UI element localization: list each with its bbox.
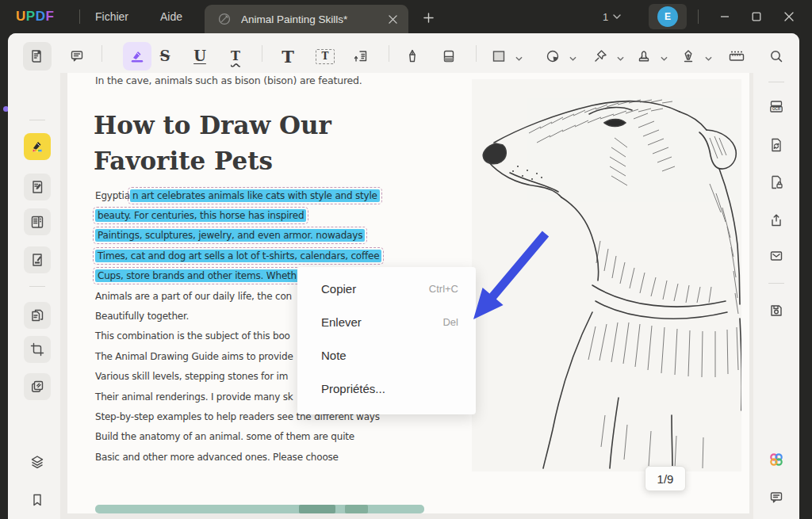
layers-icon: [29, 454, 45, 470]
highlighted-line[interactable]: Times, cat and dog art sells a lot of t-…: [95, 246, 476, 265]
form-document-icon: [29, 252, 45, 268]
stamp-icon: [636, 48, 652, 64]
document-viewport: In the cave, animals such as bison (biso…: [60, 73, 753, 519]
minimize-button[interactable]: [710, 0, 739, 33]
signature-tool[interactable]: [674, 42, 703, 71]
maximize-button[interactable]: [742, 0, 771, 33]
titlebar-divider: [698, 10, 699, 24]
doc-intro-line: In the cave, animals such as bison (biso…: [95, 74, 362, 86]
rectangle-icon: [491, 48, 507, 64]
highlighted-line[interactable]: Egyptian art celebrates animals like cat…: [95, 185, 476, 205]
shortcut-label: Del: [442, 316, 458, 328]
highlight-annotation[interactable]: n art celebrates animals like cats with …: [130, 189, 380, 202]
tab-title: Animal Painting Skills*: [241, 13, 383, 25]
highlighted-line[interactable]: Paintings, sculptures, jewelry, and even…: [95, 226, 476, 246]
underline-tool[interactable]: U: [186, 42, 214, 71]
highlight-annotation[interactable]: beauty. For centuries, this horse has in…: [95, 209, 306, 222]
search-button[interactable]: [763, 43, 790, 70]
shortcut-label: Ctrl+C: [429, 283, 458, 295]
close-button[interactable]: [775, 0, 803, 33]
toolbar-divider: [102, 45, 102, 62]
sidebar-item-crop[interactable]: [24, 336, 51, 363]
highlight-tool-active[interactable]: [123, 42, 151, 71]
chevron-down-icon[interactable]: [617, 56, 624, 61]
chevron-down-icon[interactable]: [569, 56, 576, 61]
shape-tool[interactable]: [485, 42, 513, 71]
add-text-tool[interactable]: T: [274, 42, 302, 71]
menu-fichier[interactable]: Fichier: [87, 0, 136, 33]
sidebar-divider: [29, 286, 45, 287]
comment-icon: [69, 48, 85, 64]
eraser-tool[interactable]: [435, 42, 463, 71]
dog-sketch-image: [472, 79, 741, 471]
highlight-annotation[interactable]: Cups, store brands and other items. Whet…: [95, 269, 299, 282]
tab-pencil-icon: [217, 12, 232, 26]
squiggly-underline-tool[interactable]: T: [221, 42, 250, 71]
text-box-icon: T: [316, 49, 335, 64]
sidebar-item-organize[interactable]: [24, 208, 51, 235]
sidebar-item-annotate-active[interactable]: [24, 133, 51, 160]
toolbar-divider: [389, 45, 389, 62]
body-line: Basic and other more advanced ones. Plea…: [95, 447, 476, 467]
new-tab-button[interactable]: [418, 7, 439, 28]
sidebar-item-layers[interactable]: [24, 448, 51, 475]
maximize-icon: [752, 12, 761, 21]
menu-aide[interactable]: Aide: [152, 0, 190, 33]
share-button[interactable]: [763, 207, 790, 234]
copy-pages-icon: [29, 307, 45, 323]
highlight-annotation[interactable]: Paintings, sculptures, jewelry, and even…: [95, 229, 365, 242]
avatar: E: [657, 6, 678, 27]
window-count-dropdown[interactable]: 1: [603, 0, 621, 33]
protect-button[interactable]: [763, 169, 790, 196]
right-sidebar: OCR: [753, 33, 799, 519]
document-lock-icon: [768, 174, 784, 190]
context-menu-item-note[interactable]: Note: [297, 338, 476, 372]
minimize-icon: [720, 12, 730, 21]
reading-mode-button[interactable]: [23, 42, 52, 71]
ocr-button[interactable]: OCR: [763, 93, 790, 120]
sidebar-item-slideshow[interactable]: [24, 373, 51, 400]
pencil-tool[interactable]: [398, 42, 427, 71]
pin-tool[interactable]: [586, 42, 615, 71]
context-menu-item-remove[interactable]: Enlever Del: [297, 305, 476, 338]
convert-button[interactable]: [763, 132, 790, 158]
highlight-annotation[interactable]: Times, cat and dog art sells a lot of t-…: [95, 250, 381, 262]
context-menu-item-copy[interactable]: Copier Ctrl+C: [297, 272, 476, 305]
toolbar-divider: [262, 45, 262, 62]
strikethrough-tool[interactable]: S: [151, 42, 179, 71]
updf-logo: UPDF: [16, 9, 54, 25]
edit-document-icon: [29, 179, 45, 195]
chevron-down-icon[interactable]: [661, 56, 668, 61]
highlighter-icon: [29, 139, 45, 155]
stamp-tool[interactable]: [630, 42, 658, 71]
ai-assistant-button[interactable]: [763, 446, 790, 473]
highlighted-line[interactable]: beauty. For centuries, this horse has in…: [95, 205, 476, 225]
sticker-icon: [545, 48, 561, 64]
comment-tool[interactable]: [63, 42, 91, 71]
context-menu-item-properties[interactable]: Propriétés...: [297, 372, 476, 405]
account-button[interactable]: E: [649, 4, 687, 29]
page-indicator[interactable]: 1/9: [645, 466, 686, 491]
text-box-tool[interactable]: T: [311, 42, 339, 71]
organize-pages-icon: [29, 214, 45, 230]
chevron-down-icon[interactable]: [515, 56, 523, 61]
measure-tool[interactable]: [722, 42, 751, 71]
mail-icon: [768, 248, 784, 264]
sidebar-item-edit[interactable]: [24, 174, 51, 200]
tab-close-icon[interactable]: [383, 10, 402, 29]
save-button[interactable]: [763, 297, 790, 324]
document-tab[interactable]: Animal Painting Skills*: [205, 5, 408, 33]
sidebar-item-forms[interactable]: [24, 246, 51, 273]
sidebar-item-copy-pages[interactable]: [24, 302, 51, 329]
pdf-page[interactable]: In the cave, animals such as bison (biso…: [67, 73, 749, 513]
close-icon: [784, 12, 794, 21]
titlebar: UPDF Fichier Aide Animal Painting Skills…: [0, 0, 812, 33]
doc-heading-line2: Favorite Pets: [94, 143, 331, 179]
email-button[interactable]: [763, 242, 790, 269]
sticker-tool[interactable]: [538, 42, 567, 71]
chevron-down-icon[interactable]: [705, 56, 712, 61]
titlebar-divider: [79, 10, 80, 24]
sidebar-item-bookmarks[interactable]: [24, 487, 51, 513]
callout-tool[interactable]: [347, 42, 375, 71]
chat-button[interactable]: [763, 484, 790, 511]
